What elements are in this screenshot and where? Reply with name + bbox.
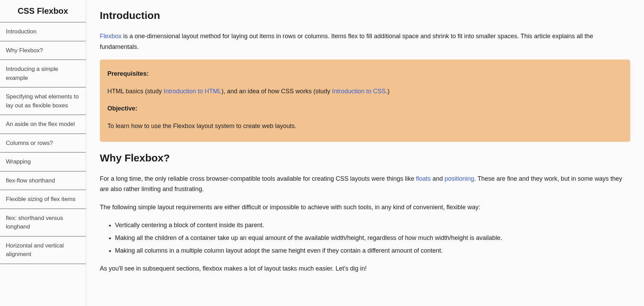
- why-p3: As you'll see in subsequent sections, fl…: [100, 263, 630, 274]
- intro-paragraph: Flexbox is a one-dimensional layout meth…: [100, 31, 630, 52]
- nav-item-shorthand-longhand[interactable]: flex: shorthand versus longhand: [0, 209, 86, 236]
- why-p2: The following simple layout requirements…: [100, 202, 630, 213]
- prereq-t2: ), and an idea of how CSS works (study: [221, 88, 332, 95]
- nav-item-aside-flex-model[interactable]: An aside on the flex model: [0, 115, 86, 134]
- sidebar[interactable]: CSS Flexbox Introduction Why Flexbox? In…: [0, 0, 86, 306]
- prereq-t3: .): [386, 88, 390, 95]
- nav-item-introduction[interactable]: Introduction: [0, 22, 86, 41]
- sidebar-title: CSS Flexbox: [0, 0, 86, 22]
- link-flexbox[interactable]: Flexbox: [100, 33, 122, 40]
- list-item: Making all columns in a multiple column …: [115, 245, 630, 256]
- link-positioning[interactable]: positioning: [445, 175, 474, 182]
- why-p1: For a long time, the only reliable cross…: [100, 173, 630, 194]
- nav-item-why-flexbox[interactable]: Why Flexbox?: [0, 41, 86, 60]
- nav-item-columns-rows[interactable]: Columns or rows?: [0, 134, 86, 153]
- why-p1-t1: For a long time, the only reliable cross…: [100, 175, 416, 182]
- why-bullets: Vertically centering a block of content …: [100, 220, 630, 256]
- nav-item-specifying-elements[interactable]: Specifying what elements to lay out as f…: [0, 87, 86, 115]
- heading-introduction: Introduction: [100, 10, 630, 21]
- nav-list: Introduction Why Flexbox? Introducing a …: [0, 22, 86, 264]
- prereq-t1: HTML basics (study: [107, 88, 163, 95]
- link-floats[interactable]: floats: [416, 175, 431, 182]
- link-intro-css[interactable]: Introduction to CSS: [332, 88, 386, 95]
- nav-item-alignment[interactable]: Horizontal and vertical alignment: [0, 236, 86, 264]
- intro-text: is a one-dimensional layout method for l…: [100, 33, 593, 50]
- link-intro-html[interactable]: Introduction to HTML: [163, 88, 221, 95]
- nav-item-flexible-sizing[interactable]: Flexible sizing of flex items: [0, 190, 86, 209]
- heading-why-flexbox: Why Flexbox?: [100, 152, 630, 164]
- nav-item-flex-flow[interactable]: flex-flow shorthand: [0, 171, 86, 190]
- why-p1-t2: and: [431, 175, 444, 182]
- prereq-label: Prerequisites:: [107, 68, 623, 79]
- objective-text: To learn how to use the Flexbox layout s…: [107, 121, 623, 131]
- nav-item-simple-example[interactable]: Introducing a simple example: [0, 60, 86, 87]
- nav-item-wrapping[interactable]: Wrapping: [0, 152, 86, 171]
- objective-label: Objective:: [107, 103, 623, 114]
- callout-box: Prerequisites: HTML basics (study Introd…: [100, 60, 630, 141]
- prereq-text: HTML basics (study Introduction to HTML)…: [107, 86, 623, 97]
- list-item: Making all the children of a container t…: [115, 233, 630, 243]
- main-content[interactable]: Introduction Flexbox is a one-dimensiona…: [86, 0, 644, 306]
- list-item: Vertically centering a block of content …: [115, 220, 630, 231]
